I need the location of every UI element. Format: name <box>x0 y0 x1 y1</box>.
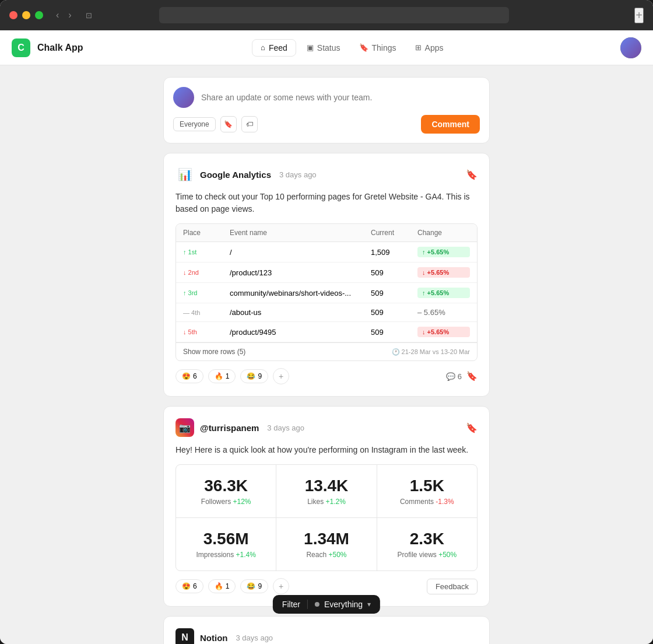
ga-card-header: 📊 Google Analytics 3 days ago 🔖 <box>175 165 478 184</box>
app-logo-letter: C <box>17 43 24 53</box>
current-3: 509 <box>371 289 417 298</box>
close-button[interactable] <box>9 11 17 19</box>
stat-likes-value: 13.4K <box>305 477 349 495</box>
stat-followers-value: 36.3K <box>204 477 248 495</box>
ig-add-reaction-button[interactable]: + <box>273 578 289 594</box>
notion-time-label: 3 days ago <box>236 634 273 642</box>
things-icon: 🔖 <box>359 43 368 52</box>
tab-feed[interactable]: ⌂ Feed <box>252 39 296 57</box>
feed-icon: ⌂ <box>261 43 265 52</box>
event-4: /about-us <box>230 308 371 317</box>
tab-apps-label: Apps <box>425 43 444 52</box>
filter-bar: Filter Everything ▾ <box>273 595 380 614</box>
reaction-heart-eyes[interactable]: 😍6 <box>175 369 203 383</box>
feed-card-google-analytics: 📊 Google Analytics 3 days ago 🔖 Time to … <box>163 153 490 397</box>
stat-reach-value: 1.34M <box>304 530 349 548</box>
ga-time-label: 3 days ago <box>279 170 317 179</box>
composer-top <box>173 87 480 108</box>
current-4: 509 <box>371 308 417 317</box>
comment-count: 💬 6 <box>446 372 462 381</box>
col-event: Event name <box>230 229 371 237</box>
new-tab-button[interactable]: + <box>634 8 644 23</box>
tab-status[interactable]: ▣ Status <box>299 40 349 56</box>
apps-icon: ⊞ <box>415 43 422 52</box>
chevron-down-icon: ▾ <box>367 600 371 608</box>
stat-profile-views: 2.3K Profile views +50% <box>377 518 477 570</box>
feedback-button[interactable]: Feedback <box>427 579 478 594</box>
stat-impressions: 3.56M Impressions +1.4% <box>176 518 276 570</box>
tab-things-label: Things <box>372 43 396 52</box>
ig-reactions-row: 😍6 🔥1 😂9 + Feedback <box>175 578 478 594</box>
stat-comments-value: 1.5K <box>410 477 444 495</box>
composer-input[interactable] <box>201 93 480 102</box>
traffic-lights <box>9 11 43 19</box>
user-avatar[interactable] <box>620 37 641 58</box>
place-2: ↓ 2nd <box>183 269 230 276</box>
ga-source-label: Google Analytics <box>200 170 271 180</box>
col-place: Place <box>183 229 230 237</box>
composer-bottom: Everyone 🔖 🏷 Comment <box>173 115 480 134</box>
ga-reactions-row: 😍6 🔥1 😂9 + 💬 6 🔖 <box>175 368 478 384</box>
ga-description: Time to check out your Top 10 performing… <box>175 191 478 215</box>
notion-source-label: Notion <box>200 633 227 643</box>
ig-reaction-heart-eyes[interactable]: 😍6 <box>175 579 203 593</box>
address-bar[interactable] <box>159 7 509 23</box>
appbar: C Chalk App ⌂ Feed ▣ Status 🔖 Things ⊞ A… <box>0 30 653 65</box>
back-button[interactable]: ‹ <box>52 9 62 22</box>
sidebar-toggle-icon[interactable]: ⊡ <box>82 8 96 22</box>
tab-status-label: Status <box>317 43 340 52</box>
comment-button[interactable]: Comment <box>421 115 480 134</box>
current-1: 1,509 <box>371 248 417 257</box>
ga-bookmark-small-button[interactable]: 🔖 <box>466 371 478 382</box>
show-more-button[interactable]: Show more rows (5) <box>183 348 245 356</box>
ig-reaction-fire[interactable]: 🔥1 <box>208 579 236 593</box>
comment-count-label: 6 <box>458 372 462 381</box>
filter-divider <box>307 600 308 609</box>
date-range-label: 🕐 21-28 Mar vs 13-20 Mar <box>392 348 470 356</box>
tag-icon-btn[interactable]: 🏷 <box>241 116 258 132</box>
current-5: 509 <box>371 328 417 337</box>
forward-button[interactable]: › <box>65 9 75 22</box>
reaction-fire[interactable]: 🔥1 <box>208 369 236 383</box>
filter-value-button[interactable]: Everything ▾ <box>315 600 371 609</box>
composer-avatar <box>173 87 194 108</box>
ig-reaction-laugh[interactable]: 😂9 <box>240 579 268 593</box>
table-row: ↓ 2nd /product/123 509 ↓ +5.65% <box>176 262 477 283</box>
stat-likes: 13.4K Likes +1.2% <box>276 465 376 517</box>
nav-arrows: ‹ › <box>52 9 75 22</box>
ig-icon: 📷 <box>175 418 194 437</box>
filter-value-label: Everything <box>324 600 363 609</box>
stat-followers: 36.3K Followers +12% <box>176 465 276 517</box>
table-row: ↑ 1st / 1,509 ↑ +5.65% <box>176 242 477 262</box>
feed-card-instagram: 📷 @turrispanem 3 days ago 🔖 Hey! Here is… <box>163 406 490 607</box>
event-1: / <box>230 248 371 257</box>
app-name-label: Chalk App <box>37 43 83 53</box>
add-reaction-button[interactable]: + <box>273 368 289 384</box>
ig-time: 3 days ago <box>267 424 304 432</box>
notion-card-header: N Notion 3 days ago <box>175 628 478 644</box>
content-area: Everyone 🔖 🏷 Comment 📊 Google Analytics … <box>0 65 653 644</box>
table-row: — 4th /about-us 509 – 5.65% <box>176 303 477 322</box>
place-3: ↑ 3rd <box>183 289 230 296</box>
app-logo: C <box>12 38 30 57</box>
comment-icon: 💬 <box>446 372 455 381</box>
table-footer: Show more rows (5) 🕐 21-28 Mar vs 13-20 … <box>176 342 477 360</box>
place-1: ↑ 1st <box>183 249 230 256</box>
col-current: Current <box>371 229 417 237</box>
filter-dot-icon <box>315 602 320 607</box>
ig-bookmark-button[interactable]: 🔖 <box>466 422 478 433</box>
maximize-button[interactable] <box>35 11 43 19</box>
ga-bookmark-button[interactable]: 🔖 <box>466 169 478 180</box>
change-5: ↓ +5.65% <box>417 327 470 337</box>
tab-things[interactable]: 🔖 Things <box>351 40 405 56</box>
ig-handle: @turrispanem <box>200 423 259 433</box>
stat-likes-label: Likes +1.2% <box>307 498 346 506</box>
audience-button[interactable]: Everyone <box>173 117 216 131</box>
event-5: /product/9495 <box>230 328 371 337</box>
minimize-button[interactable] <box>22 11 30 19</box>
tab-apps[interactable]: ⊞ Apps <box>407 40 452 56</box>
ig-card-header: 📷 @turrispanem 3 days ago 🔖 <box>175 418 478 437</box>
stat-comments-label: Comments -1.3% <box>400 498 454 506</box>
bookmark-icon-btn[interactable]: 🔖 <box>220 116 237 132</box>
reaction-laugh[interactable]: 😂9 <box>240 369 268 383</box>
